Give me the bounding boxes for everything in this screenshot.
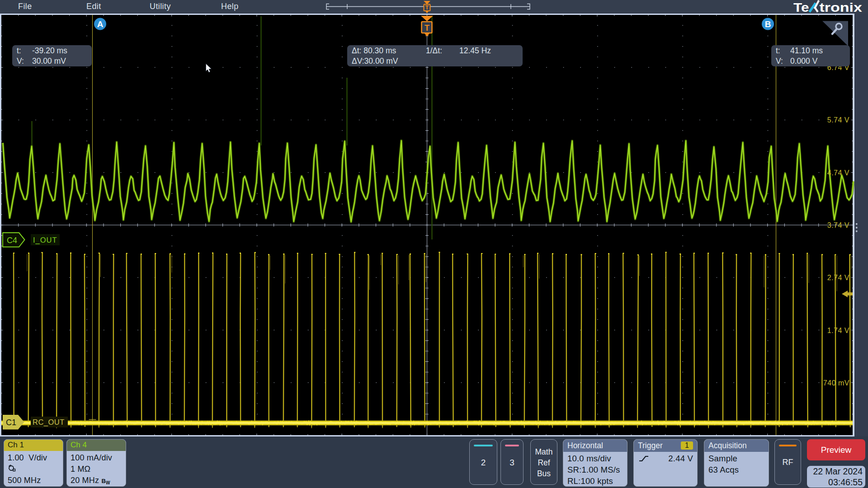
svg-text:B: B	[765, 19, 771, 29]
svg-text:A: A	[97, 19, 104, 29]
svg-text:C1: C1	[6, 418, 16, 427]
svg-text:5.74 V: 5.74 V	[827, 116, 849, 124]
svg-text:4.74 V: 4.74 V	[827, 169, 849, 177]
svg-text:740 mV: 740 mV	[823, 379, 849, 387]
svg-text:T: T	[425, 23, 429, 33]
svg-text:1.74 V: 1.74 V	[827, 327, 849, 334]
svg-text:3.74 V: 3.74 V	[827, 221, 849, 229]
svg-text:I_OUT: I_OUT	[33, 236, 57, 244]
svg-text:RC_OUT: RC_OUT	[33, 418, 65, 427]
svg-text:C4: C4	[7, 236, 17, 245]
svg-text:2.74 V: 2.74 V	[827, 274, 849, 282]
